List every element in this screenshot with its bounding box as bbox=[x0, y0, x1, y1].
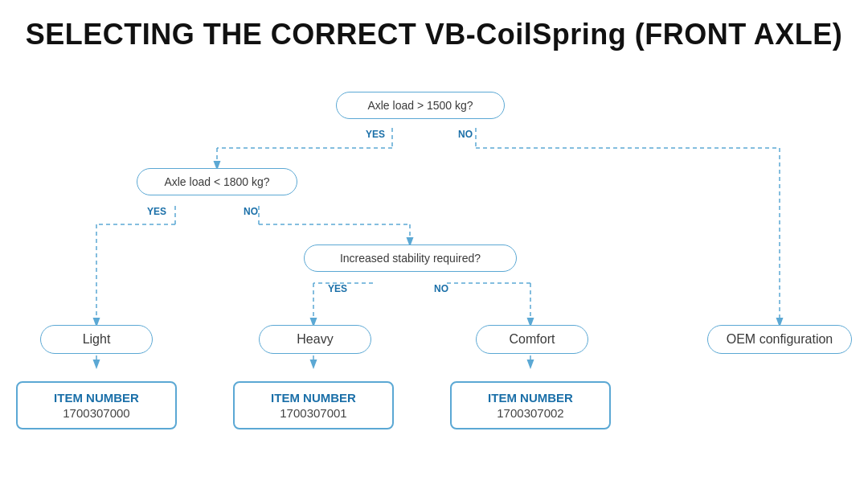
item1-number: 1700307001 bbox=[246, 406, 381, 420]
decision2-yes-label: YES bbox=[147, 206, 166, 217]
result-oem: OEM configuration bbox=[707, 325, 852, 354]
page-title: SELECTING THE CORRECT VB-CoilSpring (FRO… bbox=[0, 0, 868, 60]
item-box-2: ITEM NUMBER 1700307002 bbox=[450, 381, 611, 429]
item2-label: ITEM NUMBER bbox=[463, 391, 598, 405]
decision1-yes-label: YES bbox=[366, 129, 385, 140]
decision2-no-label: NO bbox=[244, 206, 258, 217]
decision2-text: Axle load < 1800 kg? bbox=[164, 175, 269, 188]
result-comfort: Comfort bbox=[476, 325, 588, 354]
decision-box-1: Axle load > 1500 kg? bbox=[336, 92, 505, 119]
item-box-0: ITEM NUMBER 1700307000 bbox=[16, 381, 177, 429]
item0-number: 1700307000 bbox=[29, 406, 164, 420]
diagram-area: Axle load > 1500 kg? YES NO Axle load < … bbox=[0, 68, 868, 478]
result-light-text: Light bbox=[83, 332, 111, 346]
decision1-text: Axle load > 1500 kg? bbox=[367, 99, 473, 112]
decision1-no-label: NO bbox=[458, 129, 473, 140]
decision3-text: Increased stability required? bbox=[340, 252, 481, 265]
decision-box-2: Axle load < 1800 kg? bbox=[137, 168, 297, 195]
decision3-no-label: NO bbox=[434, 283, 448, 294]
item1-label: ITEM NUMBER bbox=[246, 391, 381, 405]
result-comfort-text: Comfort bbox=[510, 332, 555, 346]
result-heavy-text: Heavy bbox=[297, 332, 333, 346]
decision3-yes-label: YES bbox=[328, 283, 347, 294]
result-light: Light bbox=[40, 325, 153, 354]
result-oem-text: OEM configuration bbox=[727, 332, 833, 346]
item-box-1: ITEM NUMBER 1700307001 bbox=[233, 381, 394, 429]
item0-label: ITEM NUMBER bbox=[29, 391, 164, 405]
item2-number: 1700307002 bbox=[463, 406, 598, 420]
result-heavy: Heavy bbox=[259, 325, 371, 354]
decision-box-3: Increased stability required? bbox=[304, 244, 517, 272]
